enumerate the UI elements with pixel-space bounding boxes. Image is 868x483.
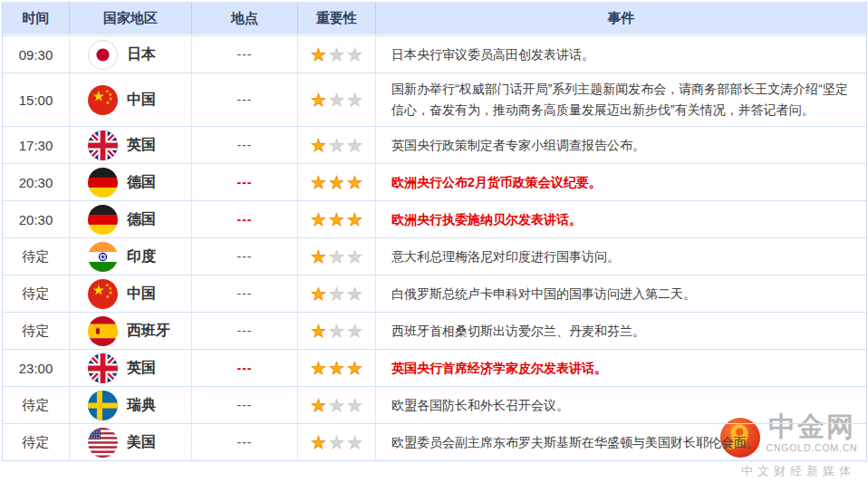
star-filled-icon: ★ bbox=[311, 174, 326, 191]
table-row: 待定 中国 --- ★★★ 白俄罗斯总统卢卡申科对中国的国事访问进入第二天。 bbox=[3, 275, 866, 312]
event-time: 待定 bbox=[3, 387, 70, 423]
star-empty-icon: ★ bbox=[329, 46, 344, 63]
header-event: 事件 bbox=[376, 2, 866, 34]
table-row: 20:30 德国 --- ★★★ 欧洲央行执委施纳贝尔发表讲话。 bbox=[3, 200, 866, 237]
star-empty-icon: ★ bbox=[347, 137, 362, 154]
flag-cn-icon bbox=[88, 85, 118, 115]
event-text: 日本央行审议委员高田创发表讲话。 bbox=[376, 36, 866, 72]
star-empty-icon: ★ bbox=[347, 285, 362, 303]
star-empty-icon: ★ bbox=[347, 323, 362, 340]
event-time: 17:30 bbox=[3, 127, 70, 163]
country-cell: 中国 bbox=[70, 275, 192, 312]
country-cell: 印度 bbox=[70, 238, 192, 275]
country-cell: 中国 bbox=[70, 73, 192, 126]
country-name: 英国 bbox=[127, 136, 156, 155]
table-row: 待定 印度 --- ★★★ 意大利总理梅洛尼对印度进行国事访问。 bbox=[3, 237, 866, 275]
importance-stars: ★★★ bbox=[298, 313, 376, 349]
table-body: 09:30 日本 --- ★★★ 日本央行审议委员高田创发表讲话。 15:00 … bbox=[3, 35, 866, 460]
event-time: 待定 bbox=[3, 313, 70, 349]
country-name: 中国 bbox=[127, 91, 156, 110]
country-name: 中国 bbox=[127, 285, 156, 304]
location-value: --- bbox=[192, 387, 298, 423]
event-time: 09:30 bbox=[3, 36, 70, 72]
table-row: 20:30 德国 --- ★★★ 欧洲央行公布2月货币政策会议纪要。 bbox=[3, 163, 866, 200]
flag-se-icon bbox=[88, 391, 118, 420]
star-filled-icon: ★ bbox=[347, 360, 362, 377]
page: 中金网 CNGOLD.COM.CN 中文财经新媒体 时间 国家地区 地点 重要性… bbox=[0, 0, 868, 483]
flag-us-icon bbox=[88, 428, 118, 458]
location-value: --- bbox=[192, 73, 298, 126]
country-name: 日本 bbox=[127, 45, 156, 64]
economic-calendar-table: 时间 国家地区 地点 重要性 事件 09:30 日本 --- ★★★ 日本央行审… bbox=[2, 2, 867, 461]
event-text: 白俄罗斯总统卢卡申科对中国的国事访问进入第二天。 bbox=[376, 275, 866, 312]
table-row: 17:30 英国 --- ★★★ 英国央行政策制定者专家小组调查报告公布。 bbox=[3, 126, 866, 163]
importance-stars: ★★★ bbox=[298, 350, 376, 386]
star-empty-icon: ★ bbox=[329, 323, 344, 340]
location-value: --- bbox=[192, 164, 298, 200]
star-filled-icon: ★ bbox=[347, 174, 362, 191]
star-filled-icon: ★ bbox=[311, 137, 326, 154]
importance-stars: ★★★ bbox=[298, 201, 376, 237]
country-cell: 瑞典 bbox=[70, 387, 192, 423]
event-text: 欧洲央行公布2月货币政策会议纪要。 bbox=[376, 164, 866, 200]
event-text: 英国央行首席经济学家皮尔发表讲话。 bbox=[376, 350, 866, 386]
importance-stars: ★★★ bbox=[298, 387, 376, 423]
table-row: 待定 瑞典 --- ★★★ 欧盟各国防长和外长召开会议。 bbox=[3, 386, 866, 423]
location-value: --- bbox=[192, 36, 298, 72]
star-empty-icon: ★ bbox=[347, 248, 362, 266]
importance-stars: ★★★ bbox=[298, 275, 376, 312]
table-row: 15:00 中国 --- ★★★ 国新办举行“权威部门话开局”系列主题新闻发布会… bbox=[3, 72, 866, 126]
country-cell: 德国 bbox=[70, 201, 192, 237]
flag-gb-icon bbox=[88, 130, 118, 160]
country-name: 西班牙 bbox=[127, 322, 170, 341]
importance-stars: ★★★ bbox=[298, 424, 376, 460]
star-filled-icon: ★ bbox=[311, 285, 326, 303]
star-empty-icon: ★ bbox=[329, 434, 344, 451]
table-row: 待定 西班牙 --- ★★★ 西班牙首相桑切斯出访爱尔兰、丹麦和芬兰。 bbox=[3, 312, 866, 349]
event-text: 欧洲央行执委施纳贝尔发表讲话。 bbox=[376, 201, 866, 237]
flag-de-icon bbox=[88, 205, 118, 235]
location-value: --- bbox=[192, 238, 298, 275]
event-text: 欧盟委员会副主席东布罗夫斯基斯在华盛顿与美国财长耶伦会面。 bbox=[376, 424, 866, 460]
star-empty-icon: ★ bbox=[329, 137, 344, 154]
star-filled-icon: ★ bbox=[311, 397, 326, 414]
country-cell: 西班牙 bbox=[70, 313, 192, 349]
cngold-slogan: 中文财经新媒体 bbox=[741, 463, 855, 479]
star-filled-icon: ★ bbox=[311, 248, 326, 266]
location-value: --- bbox=[192, 127, 298, 163]
country-cell: 德国 bbox=[70, 164, 192, 200]
star-filled-icon: ★ bbox=[329, 174, 344, 191]
event-time: 20:30 bbox=[3, 201, 70, 237]
star-empty-icon: ★ bbox=[329, 248, 344, 266]
event-time: 待定 bbox=[3, 424, 70, 460]
importance-stars: ★★★ bbox=[298, 36, 376, 72]
location-value: --- bbox=[192, 350, 298, 386]
event-time: 23:00 bbox=[3, 350, 70, 386]
star-empty-icon: ★ bbox=[329, 285, 344, 303]
event-text: 西班牙首相桑切斯出访爱尔兰、丹麦和芬兰。 bbox=[376, 313, 866, 349]
event-time: 15:00 bbox=[3, 73, 70, 126]
header-importance: 重要性 bbox=[298, 2, 376, 34]
event-text: 英国央行政策制定者专家小组调查报告公布。 bbox=[376, 127, 866, 163]
star-empty-icon: ★ bbox=[347, 397, 362, 414]
flag-es-icon bbox=[88, 316, 118, 346]
country-name: 德国 bbox=[127, 210, 156, 229]
star-filled-icon: ★ bbox=[311, 323, 326, 340]
table-row: 23:00 英国 --- ★★★ 英国央行首席经济学家皮尔发表讲话。 bbox=[3, 349, 866, 386]
importance-stars: ★★★ bbox=[298, 73, 376, 126]
event-text: 欧盟各国防长和外长召开会议。 bbox=[376, 387, 866, 423]
star-filled-icon: ★ bbox=[311, 360, 326, 377]
location-value: --- bbox=[192, 201, 298, 237]
star-filled-icon: ★ bbox=[329, 211, 344, 228]
star-empty-icon: ★ bbox=[347, 46, 362, 63]
country-cell: 英国 bbox=[70, 350, 192, 386]
importance-stars: ★★★ bbox=[298, 238, 376, 275]
event-text: 意大利总理梅洛尼对印度进行国事访问。 bbox=[376, 238, 866, 275]
event-text: 国新办举行“权威部门话开局”系列主题新闻发布会，请商务部部长王文涛介绍“坚定信心… bbox=[376, 73, 866, 126]
event-time: 待定 bbox=[3, 275, 70, 312]
country-name: 印度 bbox=[127, 247, 156, 266]
table-header-row: 时间 国家地区 地点 重要性 事件 bbox=[3, 2, 866, 35]
header-country: 国家地区 bbox=[70, 2, 192, 34]
star-filled-icon: ★ bbox=[311, 92, 326, 109]
star-empty-icon: ★ bbox=[329, 397, 344, 414]
